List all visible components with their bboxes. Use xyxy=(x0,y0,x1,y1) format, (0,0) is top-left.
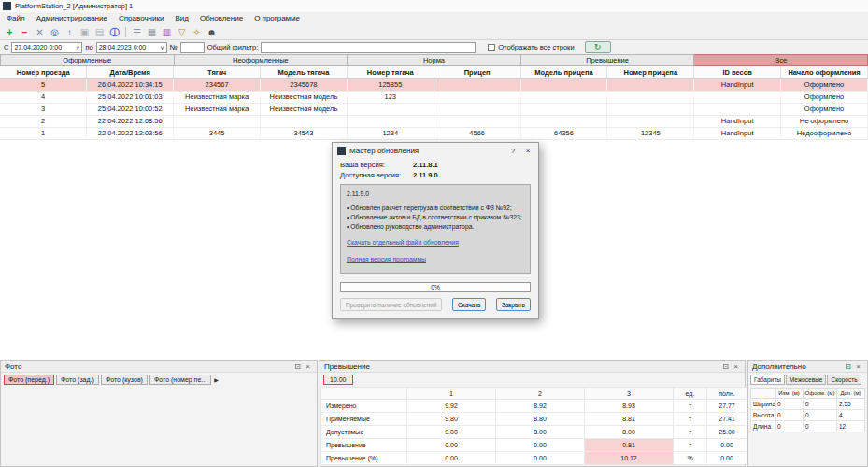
excess-panel: Превышение ⊡ × 10.00 123ед.полн.Измерено… xyxy=(320,360,746,467)
close-icon[interactable]: × xyxy=(303,362,313,371)
excess-cell: 8.92 xyxy=(496,400,585,413)
search-icon[interactable]: ◎ xyxy=(49,26,61,38)
global-filter-input[interactable] xyxy=(261,42,476,53)
number-input[interactable] xyxy=(180,42,205,53)
extra-cell: 12 xyxy=(837,421,865,432)
column-header-4[interactable]: Модель тягача xyxy=(261,66,348,78)
user-icon[interactable]: ☻ xyxy=(206,26,218,38)
status-tab-3[interactable]: Норма xyxy=(348,54,521,66)
release-note: • Обновление актов и БД в соответствии с… xyxy=(347,213,524,222)
status-tab-4[interactable]: Превышение xyxy=(521,54,695,66)
status-tab-2[interactable]: Неоформленные xyxy=(175,54,349,66)
status-tab-5[interactable]: Все xyxy=(694,54,868,66)
photo-tab-2[interactable]: Фото (зад.) xyxy=(56,375,99,385)
help-icon[interactable]: ? xyxy=(507,147,519,155)
table-row[interactable]: 222.04.2022 12:08:56HandInputНе оформлен… xyxy=(0,115,868,127)
excess-scale-tab[interactable]: 10.00 xyxy=(323,375,353,385)
excess-cell: 0.00 xyxy=(407,452,496,465)
excess-panel-header: Превышение ⊡ × xyxy=(320,361,745,373)
table-cell xyxy=(607,91,694,103)
column-header-1[interactable]: Номер проезда xyxy=(0,66,87,78)
excess-cell: 8.00 xyxy=(585,426,674,439)
table-cell: 34543 xyxy=(261,127,348,139)
your-version-row: Ваша версия: 2.11.8.1 xyxy=(340,160,531,170)
menu-item-2[interactable]: Администрирование xyxy=(32,13,112,23)
camera-icon[interactable]: ▣ xyxy=(78,26,91,38)
column-header-5[interactable]: Номер тягача xyxy=(347,66,434,78)
photo-tab-4[interactable]: Фото (номер пе... xyxy=(149,375,211,385)
refresh-button[interactable]: ↻ xyxy=(585,41,611,53)
dialog-button-3[interactable]: Закрыть xyxy=(496,298,531,311)
chart-icon[interactable]: ▥ xyxy=(161,26,173,38)
table-row[interactable]: 526.04.2022 10:34:152345672345678125855H… xyxy=(0,78,868,91)
table-cell: 22.04.2022 12:08:56 xyxy=(87,115,174,127)
table-row[interactable]: 122.04.2022 12:03:5634453454312344566643… xyxy=(0,127,868,139)
document-icon[interactable]: ▤ xyxy=(93,26,106,38)
remove-icon[interactable]: − xyxy=(19,26,31,38)
table-row[interactable]: 425.04.2022 10:01:03Неизвестная маркаНеи… xyxy=(0,91,868,103)
column-header-3[interactable]: Тягач xyxy=(174,66,261,78)
extra-cell: 0 xyxy=(804,421,837,432)
dialog-button-2[interactable]: Скачать xyxy=(452,298,486,311)
column-header-8[interactable]: Номер прицепа xyxy=(607,66,694,78)
table-cell xyxy=(347,103,434,115)
key-icon[interactable]: ✧ xyxy=(191,26,203,38)
menu-item-3[interactable]: Справочники xyxy=(114,13,168,23)
release-note: • Обновлено руководство администратора. xyxy=(347,222,524,232)
tools-icon[interactable]: ✕ xyxy=(34,26,46,38)
status-filter-tabs: ОформленныеНеоформленныеНормаПревышениеВ… xyxy=(0,54,868,66)
table-cell xyxy=(520,103,607,115)
column-header-7[interactable]: Модель прицепа xyxy=(520,66,607,78)
table-cell: 123 xyxy=(347,91,434,103)
download-update-file-link[interactable]: Скачать отдельный файл обновления xyxy=(347,238,524,248)
extra-col-header: Оформ. (м) xyxy=(804,389,837,399)
menu-item-5[interactable]: Обновление xyxy=(195,13,248,23)
upload-icon[interactable]: ↑ xyxy=(64,26,76,38)
table-cell: HandInput xyxy=(694,115,781,127)
menu-item-6[interactable]: О программе xyxy=(249,13,305,23)
pin-icon[interactable]: ⊡ xyxy=(843,362,853,371)
info-icon[interactable]: ⓘ xyxy=(108,26,121,38)
date-to-input[interactable]: 28.04.2023 0:00 ∨ xyxy=(96,42,167,53)
excess-cell: 8.80 xyxy=(496,413,585,426)
extra-tab-2[interactable]: Межосевые xyxy=(786,375,827,385)
close-icon[interactable]: × xyxy=(853,362,863,371)
toolbar: +−✕◎↑▣▤ⓘ☰▦▥▽✧☻ xyxy=(0,24,868,40)
menu-item-4[interactable]: Вид xyxy=(170,13,192,23)
photo-tab-3[interactable]: Фото (кузов) xyxy=(101,375,148,385)
column-header-2[interactable]: Дата/Время xyxy=(87,66,174,78)
add-icon[interactable]: + xyxy=(4,26,16,38)
report-icon[interactable]: ▦ xyxy=(146,26,158,38)
photo-tab-1[interactable]: Фото (перед.) xyxy=(4,375,54,385)
extra-tab-1[interactable]: Габариты xyxy=(750,375,785,385)
print-icon[interactable]: ☰ xyxy=(131,26,143,38)
photo-panel: Фото ⊡ × Фото (перед.)Фото (зад.)Фото (к… xyxy=(0,360,318,467)
pin-icon[interactable]: ⊡ xyxy=(292,362,303,371)
table-cell xyxy=(607,78,694,91)
table-row[interactable]: 325.04.2022 10:00:52Неизвестная маркаНеи… xyxy=(0,103,868,115)
extra-table: Изм. (м)Оформ. (м)Доп. (м)Ширина002,55Вы… xyxy=(750,388,865,432)
chevron-down-icon[interactable]: ∨ xyxy=(76,44,79,50)
close-icon[interactable]: × xyxy=(731,362,741,371)
column-header-9[interactable]: ID весов xyxy=(694,66,781,78)
excess-col-header: 2 xyxy=(496,388,585,400)
show-all-checkbox[interactable] xyxy=(488,44,495,51)
extra-cell: 0 xyxy=(776,399,804,410)
status-tab-1[interactable]: Оформленные xyxy=(0,54,175,66)
table-cell: 1 xyxy=(0,127,87,139)
chevron-down-icon[interactable]: ∨ xyxy=(160,44,164,50)
date-from-input[interactable]: 27.04.2020 0:00 ∨ xyxy=(11,42,82,53)
column-header-6[interactable]: Прицеп xyxy=(434,66,520,78)
close-icon[interactable]: × xyxy=(522,147,534,155)
filter-icon[interactable]: ▽ xyxy=(176,26,188,38)
number-label: № xyxy=(170,43,178,51)
menu-item-1[interactable]: Файл xyxy=(2,13,30,23)
tab-scroll-right-icon[interactable]: ▶ xyxy=(214,376,219,383)
extra-tab-3[interactable]: Скорость xyxy=(827,375,861,385)
excess-cell: 10.12 xyxy=(585,452,674,465)
table-cell: Оформлено xyxy=(781,103,868,115)
dialog-button-1: Проверить наличие обновлений xyxy=(340,298,442,311)
column-header-10[interactable]: Начало оформления xyxy=(781,66,868,78)
pin-icon[interactable]: ⊡ xyxy=(720,362,731,371)
full-version-link[interactable]: Полная версия программы xyxy=(347,255,524,264)
